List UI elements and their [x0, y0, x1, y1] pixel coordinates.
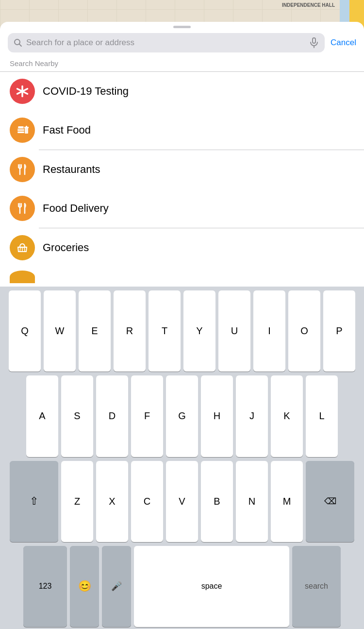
key-g[interactable]: G: [166, 375, 198, 457]
num-key[interactable]: 123: [23, 546, 67, 627]
svg-line-1: [19, 44, 22, 47]
svg-rect-13: [26, 126, 27, 128]
shift-icon: ⇧: [30, 495, 38, 508]
list-item[interactable]: Food Delivery: [0, 189, 364, 228]
key-o[interactable]: O: [288, 290, 320, 372]
key-c[interactable]: C: [131, 461, 163, 542]
fork-knife-icon-2: [16, 202, 29, 215]
partial-list-item: [0, 267, 364, 287]
key-n[interactable]: N: [236, 461, 268, 542]
search-icon: [14, 38, 22, 47]
key-row-bottom: 123 😊 🎤 space search: [1, 546, 363, 627]
svg-line-25: [24, 247, 25, 252]
category-icon-groceries: [10, 235, 35, 260]
key-y[interactable]: Y: [183, 290, 215, 372]
key-d[interactable]: D: [96, 375, 128, 457]
category-label-groceries: Groceries: [43, 241, 89, 254]
key-r[interactable]: R: [114, 290, 146, 372]
asterisk-icon: [16, 85, 29, 98]
svg-rect-8: [17, 129, 24, 130]
key-q[interactable]: Q: [9, 290, 41, 372]
fork-knife-icon: [16, 163, 29, 176]
cancel-button[interactable]: Cancel: [331, 38, 356, 48]
key-k[interactable]: K: [271, 375, 303, 457]
key-a[interactable]: A: [26, 375, 58, 457]
list-item[interactable]: Groceries: [0, 228, 364, 267]
category-label-fastfood: Fast Food: [43, 124, 91, 136]
key-j[interactable]: J: [236, 375, 268, 457]
category-icon-covid: [10, 79, 35, 104]
basket-icon: [16, 241, 29, 255]
key-u[interactable]: U: [218, 290, 250, 372]
list-item[interactable]: Fast Food: [0, 111, 364, 150]
key-l[interactable]: L: [306, 375, 338, 457]
svg-rect-10: [17, 132, 24, 133]
key-v[interactable]: V: [166, 461, 198, 542]
key-f[interactable]: F: [131, 375, 163, 457]
svg-rect-7: [18, 126, 24, 128]
list-item[interactable]: COVID-19 Testing: [0, 72, 364, 111]
search-input[interactable]: [26, 38, 305, 48]
list-item[interactable]: Restaurants: [0, 150, 364, 189]
key-z[interactable]: Z: [61, 461, 93, 542]
category-icon-restaurants: [10, 157, 35, 182]
search-sheet: Cancel Search Nearby COVID-19 Testing: [0, 22, 364, 629]
category-icon-fastfood: [10, 118, 35, 143]
category-icon-food-delivery: [10, 196, 35, 221]
search-bar-row: Cancel: [0, 28, 364, 57]
mic-icon[interactable]: [309, 37, 319, 48]
category-list: COVID-19 Testing Fas: [0, 72, 364, 287]
emoji-key[interactable]: 😊: [70, 546, 99, 627]
backspace-key[interactable]: ⌫: [306, 461, 354, 542]
shift-key[interactable]: ⇧: [10, 461, 58, 542]
key-w[interactable]: W: [44, 290, 76, 372]
search-key[interactable]: search: [292, 546, 341, 627]
map-label: INDEPENDENCE HALL: [282, 2, 335, 8]
backspace-icon: ⌫: [324, 496, 336, 507]
mic-keyboard-key[interactable]: 🎤: [102, 546, 131, 627]
key-row-3: ⇧ Z X C V B N M ⌫: [1, 461, 363, 542]
search-input-wrapper[interactable]: [8, 33, 325, 52]
key-row-2: A S D F G H J K L: [1, 375, 363, 457]
svg-rect-9: [17, 130, 24, 131]
category-label-food-delivery: Food Delivery: [43, 202, 109, 215]
space-key[interactable]: space: [134, 546, 289, 627]
key-m[interactable]: M: [271, 461, 303, 542]
key-x[interactable]: X: [96, 461, 128, 542]
key-s[interactable]: S: [61, 375, 93, 457]
keyboard: Q W E R T Y U I O P A S D F G H J K L ⇧ …: [0, 287, 364, 629]
fastfood-icon: [16, 123, 29, 137]
category-label-restaurants: Restaurants: [43, 163, 100, 176]
category-label-covid: COVID-19 Testing: [43, 85, 129, 98]
key-p[interactable]: P: [323, 290, 355, 372]
search-nearby-label: Search Nearby: [0, 57, 364, 71]
svg-rect-2: [313, 38, 315, 43]
svg-line-23: [20, 247, 20, 252]
key-row-1: Q W E R T Y U I O P: [1, 290, 363, 372]
partial-icon: [10, 271, 35, 283]
key-i[interactable]: I: [253, 290, 285, 372]
key-t[interactable]: T: [149, 290, 181, 372]
key-b[interactable]: B: [201, 461, 233, 542]
key-h[interactable]: H: [201, 375, 233, 457]
key-e[interactable]: E: [79, 290, 111, 372]
